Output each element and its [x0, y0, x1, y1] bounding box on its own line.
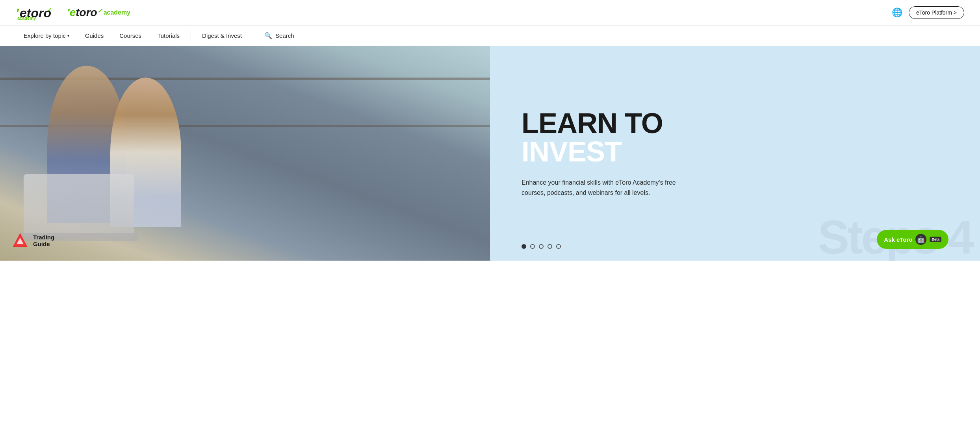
carousel-dot-4[interactable] — [548, 244, 552, 249]
chevron-down-icon: ▾ — [67, 33, 69, 38]
header: ' etoro ✓ academy 'etoro✓ academy 🌐 eTor… — [0, 0, 980, 26]
nav-item-courses[interactable]: Courses — [111, 26, 149, 46]
hero-headline-line2: INVEST — [522, 137, 948, 166]
hero-subtitle: Enhance your financial skills with eToro… — [522, 178, 687, 198]
ask-etoro-label: Ask eToro — [884, 236, 912, 243]
main-nav: Explore by topic ▾ Guides Courses Tutori… — [0, 26, 980, 46]
beta-badge: Beta — [930, 237, 941, 242]
nav-item-digest[interactable]: Digest & Invest — [194, 26, 250, 46]
globe-icon[interactable]: 🌐 — [892, 7, 902, 18]
svg-text:✓: ✓ — [47, 7, 52, 13]
trading-icon — [12, 232, 28, 249]
header-right: 🌐 eToro Platform > — [892, 6, 964, 19]
logo[interactable]: ' etoro ✓ academy 'etoro✓ academy — [16, 5, 130, 20]
trading-guide-line1: Trading — [33, 234, 54, 241]
nav-divider-2 — [253, 31, 253, 41]
platform-button[interactable]: eToro Platform > — [909, 6, 964, 19]
carousel-dot-5[interactable] — [556, 244, 561, 249]
hero-section: Trading Guide LEARN TO INVEST Enhance yo… — [0, 46, 980, 261]
trading-guide-line2: Guide — [33, 241, 54, 247]
carousel-dots — [522, 244, 561, 249]
carousel-dot-1[interactable] — [522, 244, 526, 249]
nav-item-guides[interactable]: Guides — [77, 26, 112, 46]
etoro-logo: ' etoro ✓ academy — [16, 5, 67, 20]
robot-icon: 🤖 — [915, 234, 926, 245]
carousel-dot-3[interactable] — [539, 244, 544, 249]
svg-text:academy: academy — [17, 16, 36, 20]
hero-headline-line1: LEARN TO — [522, 109, 948, 137]
carousel-dot-2[interactable] — [530, 244, 535, 249]
search-nav[interactable]: 🔍 Search — [256, 32, 302, 39]
hero-image: Trading Guide — [0, 46, 490, 261]
ask-etoro-button[interactable]: Ask eToro 🤖 Beta — [877, 230, 948, 249]
logo-academy-text: academy — [104, 9, 131, 16]
trading-guide-badge: Trading Guide — [12, 232, 54, 249]
hero-text: LEARN TO INVEST Enhance your financial s… — [490, 46, 980, 261]
nav-item-tutorials[interactable]: Tutorials — [149, 26, 187, 46]
search-icon: 🔍 — [264, 32, 272, 39]
nav-item-explore[interactable]: Explore by topic ▾ — [16, 26, 77, 46]
search-label: Search — [275, 32, 294, 39]
nav-divider-1 — [191, 31, 191, 41]
